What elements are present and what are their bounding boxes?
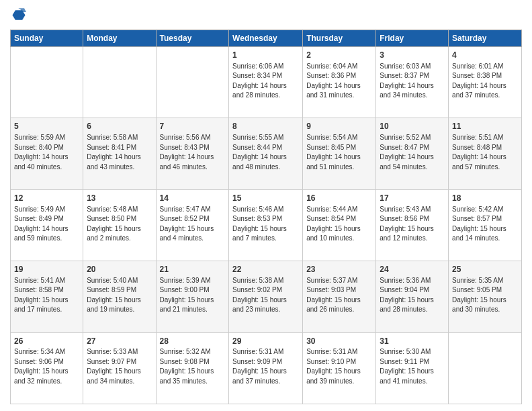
day-info: Sunrise: 5:33 AM Sunset: 9:07 PM Dayligh… (87, 347, 152, 386)
calendar-cell: 7Sunrise: 5:56 AM Sunset: 8:43 PM Daylig… (156, 118, 229, 189)
calendar-cell: 6Sunrise: 5:58 AM Sunset: 8:41 PM Daylig… (83, 118, 156, 189)
calendar-cell (156, 47, 229, 118)
day-info: Sunrise: 5:54 AM Sunset: 8:45 PM Dayligh… (306, 133, 372, 172)
calendar-cell: 18Sunrise: 5:42 AM Sunset: 8:57 PM Dayli… (449, 189, 522, 261)
day-number: 4 (452, 50, 518, 61)
calendar-cell: 4Sunrise: 6:01 AM Sunset: 8:38 PM Daylig… (449, 47, 522, 118)
day-info: Sunrise: 6:03 AM Sunset: 8:37 PM Dayligh… (380, 62, 445, 101)
day-number: 19 (14, 264, 79, 275)
calendar-table: SundayMondayTuesdayWednesdayThursdayFrid… (10, 30, 522, 404)
calendar-cell: 16Sunrise: 5:44 AM Sunset: 8:54 PM Dayli… (303, 189, 376, 261)
day-info: Sunrise: 5:40 AM Sunset: 8:59 PM Dayligh… (87, 276, 152, 315)
day-number: 24 (380, 264, 445, 275)
calendar-cell: 25Sunrise: 5:35 AM Sunset: 9:05 PM Dayli… (449, 261, 522, 332)
day-info: Sunrise: 5:37 AM Sunset: 9:03 PM Dayligh… (306, 276, 372, 315)
day-number: 2 (306, 50, 372, 61)
day-info: Sunrise: 5:51 AM Sunset: 8:48 PM Dayligh… (452, 133, 518, 172)
calendar-header-row: SundayMondayTuesdayWednesdayThursdayFrid… (11, 30, 522, 47)
day-number: 11 (452, 121, 518, 132)
day-number: 17 (380, 193, 445, 204)
day-info: Sunrise: 5:31 AM Sunset: 9:10 PM Dayligh… (306, 347, 372, 386)
day-info: Sunrise: 5:41 AM Sunset: 8:58 PM Dayligh… (14, 276, 79, 315)
header (10, 7, 522, 24)
calendar-cell: 24Sunrise: 5:36 AM Sunset: 9:04 PM Dayli… (376, 261, 449, 332)
calendar-header-thursday: Thursday (303, 30, 376, 47)
day-number: 20 (87, 264, 152, 275)
calendar-cell: 26Sunrise: 5:34 AM Sunset: 9:06 PM Dayli… (11, 332, 83, 404)
day-info: Sunrise: 5:31 AM Sunset: 9:09 PM Dayligh… (232, 347, 299, 386)
calendar-week-4: 26Sunrise: 5:34 AM Sunset: 9:06 PM Dayli… (11, 332, 522, 404)
day-number: 31 (380, 336, 445, 347)
calendar-cell: 15Sunrise: 5:46 AM Sunset: 8:53 PM Dayli… (229, 189, 303, 261)
day-info: Sunrise: 5:36 AM Sunset: 9:04 PM Dayligh… (380, 276, 445, 315)
logo-icon (11, 7, 26, 21)
calendar-cell: 19Sunrise: 5:41 AM Sunset: 8:58 PM Dayli… (11, 261, 83, 332)
day-info: Sunrise: 5:46 AM Sunset: 8:53 PM Dayligh… (232, 205, 299, 244)
day-number: 5 (14, 121, 79, 132)
calendar-cell: 1Sunrise: 6:06 AM Sunset: 8:34 PM Daylig… (229, 47, 303, 118)
calendar-week-3: 19Sunrise: 5:41 AM Sunset: 8:58 PM Dayli… (11, 261, 522, 332)
calendar-cell (449, 332, 522, 404)
day-number: 8 (232, 121, 299, 132)
day-number: 3 (380, 50, 445, 61)
day-info: Sunrise: 6:04 AM Sunset: 8:36 PM Dayligh… (306, 62, 372, 101)
day-info: Sunrise: 5:32 AM Sunset: 9:08 PM Dayligh… (160, 347, 226, 386)
day-info: Sunrise: 5:49 AM Sunset: 8:49 PM Dayligh… (14, 205, 79, 244)
day-info: Sunrise: 5:59 AM Sunset: 8:40 PM Dayligh… (14, 133, 79, 172)
calendar-header-friday: Friday (376, 30, 449, 47)
day-number: 22 (232, 264, 299, 275)
calendar-cell: 28Sunrise: 5:32 AM Sunset: 9:08 PM Dayli… (156, 332, 229, 404)
day-number: 23 (306, 264, 372, 275)
calendar-cell: 8Sunrise: 5:55 AM Sunset: 8:44 PM Daylig… (229, 118, 303, 189)
day-info: Sunrise: 6:06 AM Sunset: 8:34 PM Dayligh… (232, 62, 299, 101)
day-info: Sunrise: 5:52 AM Sunset: 8:47 PM Dayligh… (380, 133, 445, 172)
calendar-cell: 31Sunrise: 5:30 AM Sunset: 9:11 PM Dayli… (376, 332, 449, 404)
day-number: 16 (306, 193, 372, 204)
day-number: 13 (87, 193, 152, 204)
day-info: Sunrise: 5:42 AM Sunset: 8:57 PM Dayligh… (452, 205, 518, 244)
calendar-cell: 29Sunrise: 5:31 AM Sunset: 9:09 PM Dayli… (229, 332, 303, 404)
calendar-cell (83, 47, 156, 118)
day-number: 30 (306, 336, 372, 347)
day-info: Sunrise: 5:44 AM Sunset: 8:54 PM Dayligh… (306, 205, 372, 244)
day-number: 9 (306, 121, 372, 132)
calendar-cell: 5Sunrise: 5:59 AM Sunset: 8:40 PM Daylig… (11, 118, 83, 189)
calendar-cell: 27Sunrise: 5:33 AM Sunset: 9:07 PM Dayli… (83, 332, 156, 404)
calendar-body: 1Sunrise: 6:06 AM Sunset: 8:34 PM Daylig… (11, 47, 522, 404)
day-info: Sunrise: 5:58 AM Sunset: 8:41 PM Dayligh… (87, 133, 152, 172)
calendar-header-saturday: Saturday (449, 30, 522, 47)
calendar-cell: 22Sunrise: 5:38 AM Sunset: 9:02 PM Dayli… (229, 261, 303, 332)
calendar-cell: 23Sunrise: 5:37 AM Sunset: 9:03 PM Dayli… (303, 261, 376, 332)
day-number: 28 (160, 336, 226, 347)
day-number: 15 (232, 193, 299, 204)
calendar-cell: 17Sunrise: 5:43 AM Sunset: 8:56 PM Dayli… (376, 189, 449, 261)
day-info: Sunrise: 5:38 AM Sunset: 9:02 PM Dayligh… (232, 276, 299, 315)
calendar-header-tuesday: Tuesday (156, 30, 229, 47)
calendar-cell: 3Sunrise: 6:03 AM Sunset: 8:37 PM Daylig… (376, 47, 449, 118)
day-number: 21 (160, 264, 226, 275)
day-info: Sunrise: 6:01 AM Sunset: 8:38 PM Dayligh… (452, 62, 518, 101)
day-number: 26 (14, 336, 79, 347)
day-info: Sunrise: 5:55 AM Sunset: 8:44 PM Dayligh… (232, 133, 299, 172)
day-number: 6 (87, 121, 152, 132)
day-number: 10 (380, 121, 445, 132)
calendar-cell: 10Sunrise: 5:52 AM Sunset: 8:47 PM Dayli… (376, 118, 449, 189)
calendar-week-2: 12Sunrise: 5:49 AM Sunset: 8:49 PM Dayli… (11, 189, 522, 261)
calendar-header-sunday: Sunday (11, 30, 83, 47)
day-info: Sunrise: 5:30 AM Sunset: 9:11 PM Dayligh… (380, 347, 445, 386)
calendar-cell: 30Sunrise: 5:31 AM Sunset: 9:10 PM Dayli… (303, 332, 376, 404)
day-info: Sunrise: 5:56 AM Sunset: 8:43 PM Dayligh… (160, 133, 226, 172)
day-info: Sunrise: 5:34 AM Sunset: 9:06 PM Dayligh… (14, 347, 79, 386)
logo (10, 7, 29, 24)
day-info: Sunrise: 5:43 AM Sunset: 8:56 PM Dayligh… (380, 205, 445, 244)
day-number: 7 (160, 121, 226, 132)
day-number: 12 (14, 193, 79, 204)
calendar-cell: 20Sunrise: 5:40 AM Sunset: 8:59 PM Dayli… (83, 261, 156, 332)
day-number: 1 (232, 50, 299, 61)
calendar-cell: 9Sunrise: 5:54 AM Sunset: 8:45 PM Daylig… (303, 118, 376, 189)
day-number: 29 (232, 336, 299, 347)
calendar-cell: 2Sunrise: 6:04 AM Sunset: 8:36 PM Daylig… (303, 47, 376, 118)
calendar-cell: 14Sunrise: 5:47 AM Sunset: 8:52 PM Dayli… (156, 189, 229, 261)
calendar-cell (11, 47, 83, 118)
day-number: 14 (160, 193, 226, 204)
